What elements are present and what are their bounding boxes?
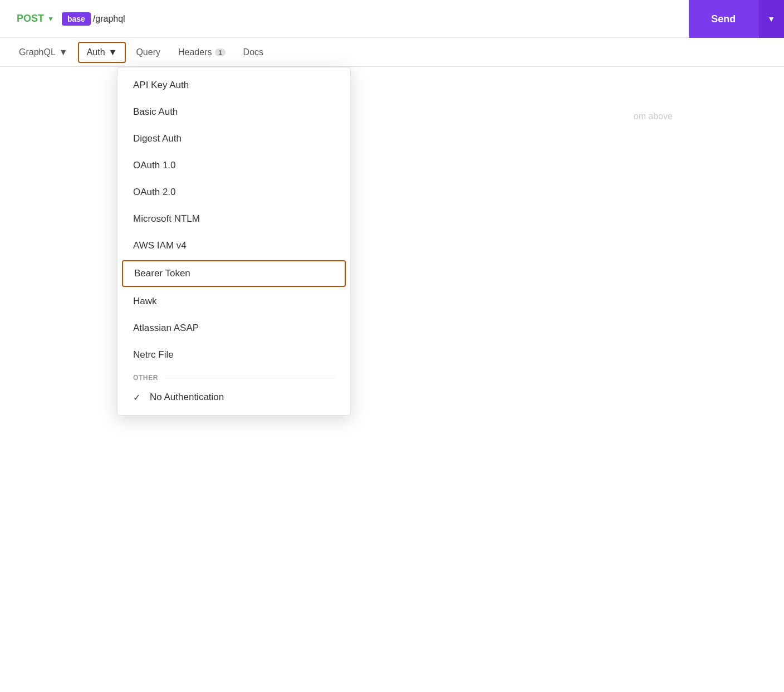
bearer-token-label: Bearer Token	[134, 268, 190, 279]
dropdown-item-atlassian-asap[interactable]: Atlassian ASAP	[117, 315, 350, 342]
dropdown-item-netrc-file[interactable]: Netrc File	[117, 342, 350, 368]
tab-auth[interactable]: Auth ▼	[78, 42, 126, 63]
send-button-group: Send ▼	[689, 0, 784, 37]
hawk-label: Hawk	[133, 296, 157, 307]
tab-headers-label: Headers	[178, 47, 212, 57]
dropdown-item-bearer-token[interactable]: Bearer Token	[122, 260, 346, 287]
dropdown-item-microsoft-ntlm[interactable]: Microsoft NTLM	[117, 206, 350, 232]
microsoft-ntlm-label: Microsoft NTLM	[133, 213, 200, 225]
digest-auth-label: Digest Auth	[133, 133, 182, 144]
other-section: OTHER	[117, 368, 350, 384]
atlassian-asap-label: Atlassian ASAP	[133, 323, 199, 334]
basic-auth-label: Basic Auth	[133, 106, 178, 118]
tab-graphql-label: GraphQL	[19, 47, 56, 57]
send-chevron-button[interactable]: ▼	[758, 0, 784, 38]
auth-dropdown: API Key Auth Basic Auth Digest Auth OAut…	[117, 67, 351, 416]
tab-docs-label: Docs	[243, 47, 263, 57]
tab-query[interactable]: Query	[128, 43, 168, 62]
method-chevron-icon: ▼	[47, 15, 54, 23]
tab-query-label: Query	[136, 47, 160, 57]
aws-iam-v4-label: AWS IAM v4	[133, 240, 187, 251]
tab-auth-chevron-icon: ▼	[109, 47, 117, 57]
dropdown-item-aws-iam-v4[interactable]: AWS IAM v4	[117, 232, 350, 259]
dropdown-item-no-authentication[interactable]: ✓ No Authentication	[117, 384, 350, 411]
section-divider	[165, 378, 335, 378]
base-badge[interactable]: base	[62, 12, 91, 26]
dropdown-item-oauth-20[interactable]: OAuth 2.0	[117, 179, 350, 206]
dropdown-item-basic-auth[interactable]: Basic Auth	[117, 99, 350, 125]
dropdown-item-oauth-10[interactable]: OAuth 1.0	[117, 152, 350, 179]
tab-graphql-chevron-icon: ▼	[59, 47, 68, 57]
no-authentication-label: No Authentication	[150, 392, 224, 403]
netrc-file-label: Netrc File	[133, 349, 174, 360]
dropdown-item-digest-auth[interactable]: Digest Auth	[117, 125, 350, 152]
tab-headers[interactable]: Headers 1	[170, 43, 233, 62]
tab-graphql[interactable]: GraphQL ▼	[11, 43, 76, 62]
method-label: POST	[17, 13, 44, 25]
graphql-hint: om above	[634, 111, 673, 121]
dropdown-item-api-key-auth[interactable]: API Key Auth	[117, 72, 350, 99]
method-dropdown[interactable]: POST ▼	[11, 9, 60, 28]
send-button[interactable]: Send	[689, 0, 758, 38]
tab-docs[interactable]: Docs	[236, 43, 271, 62]
dropdown-item-hawk[interactable]: Hawk	[117, 288, 350, 315]
api-key-auth-label: API Key Auth	[133, 80, 189, 91]
url-path: /graphql	[93, 14, 125, 24]
oauth-10-label: OAuth 1.0	[133, 160, 176, 171]
tab-headers-badge: 1	[215, 48, 225, 56]
other-section-label: OTHER	[133, 374, 158, 382]
tab-auth-label: Auth	[87, 47, 105, 57]
top-bar: POST ▼ base /graphql Send ▼	[0, 0, 784, 38]
tab-bar: GraphQL ▼ Auth ▼ Query Headers 1 Docs	[0, 38, 784, 67]
check-icon: ✓	[133, 392, 144, 403]
oauth-20-label: OAuth 2.0	[133, 187, 176, 198]
